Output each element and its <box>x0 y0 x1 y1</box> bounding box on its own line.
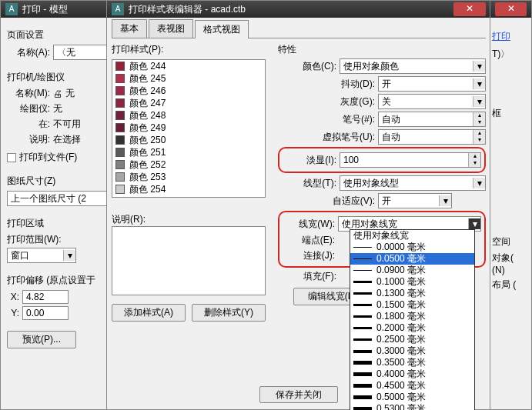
lw-option[interactable]: 0.0000 毫米 <box>350 242 474 253</box>
color-swatch <box>115 111 125 120</box>
y-input[interactable] <box>22 306 69 320</box>
plotter-icon: 🖨 <box>53 88 62 99</box>
plotter-lbl: 绘图仪: <box>7 102 53 115</box>
adapt-dd[interactable]: 开▾ <box>378 193 452 208</box>
lw-option[interactable]: 0.1800 毫米 <box>350 311 474 322</box>
print-to-file-chk[interactable] <box>7 153 16 162</box>
print-link[interactable]: 打印 <box>492 31 510 42</box>
name-m-label: 名称(M): <box>7 87 53 100</box>
chevron-down-icon: ▾ <box>473 178 485 188</box>
style-name: 颜色 244 <box>129 60 166 73</box>
gray-dd[interactable]: 关▾ <box>378 94 486 109</box>
offset-lbl: 打印偏移 (原点设置于 <box>7 274 109 287</box>
color-dd[interactable]: 使用对象颜色▾ <box>340 58 486 74</box>
dither-lbl: 抖动(D): <box>278 78 378 91</box>
style-row[interactable]: 颜色 253 <box>112 171 265 183</box>
chevron-down-icon: ▾ <box>468 218 480 229</box>
preview-button[interactable]: 预览(P)... <box>7 331 76 348</box>
lw-option[interactable]: 0.1000 毫米 <box>350 276 474 288</box>
lw-option[interactable]: 0.1300 毫米 <box>350 288 474 299</box>
color-swatch <box>115 62 125 71</box>
add-style-button[interactable]: 添加样式(A) <box>112 304 186 322</box>
name-m-val: 无 <box>65 87 75 100</box>
color-swatch <box>115 185 125 194</box>
tab-table[interactable]: 表视图 <box>149 19 193 38</box>
t-lbl: T)〉 <box>492 48 530 61</box>
style-row[interactable]: 颜色 251 <box>112 146 265 158</box>
lw-option[interactable]: 使用对象线宽 <box>350 230 474 242</box>
style-name: 颜色 250 <box>129 134 166 147</box>
lw-option[interactable]: 0.0500 毫米 <box>350 253 474 265</box>
join-lbl: 连接(J): <box>283 249 338 262</box>
style-row[interactable]: 颜色 252 <box>112 158 265 171</box>
tab-format[interactable]: 格式视图 <box>195 20 249 38</box>
lw-lbl: 线宽(W): <box>283 218 338 231</box>
styles-list[interactable]: 颜色 244颜色 245颜色 246颜色 247颜色 248颜色 249颜色 2… <box>112 59 266 198</box>
lineweight-dropdown[interactable]: 使用对象线宽0.0000 毫米0.0500 毫米0.0900 毫米0.1000 … <box>350 229 475 410</box>
desc-textarea[interactable] <box>112 226 266 295</box>
ltype-dd[interactable]: 使用对象线型▾ <box>340 175 486 191</box>
adapt-lbl: 自适应(V): <box>278 195 378 208</box>
style-row[interactable]: 颜色 254 <box>112 183 265 195</box>
chevron-down-icon: ▾ <box>473 78 485 89</box>
chevron-down-icon: ▾ <box>63 250 75 261</box>
style-row[interactable]: 颜色 244 <box>112 60 265 72</box>
pen-spin[interactable]: 自动▴▾ <box>378 112 486 127</box>
fill-lbl: 填充(F): <box>278 270 340 283</box>
desc-val: 在选择 <box>53 133 81 146</box>
print-range-dd[interactable]: 窗口▾ <box>7 248 76 263</box>
style-row[interactable]: 颜色 248 <box>112 109 265 122</box>
lw-option[interactable]: 0.1500 毫米 <box>350 299 474 311</box>
name-a-dd[interactable]: 〈无 <box>53 45 109 60</box>
lw-option[interactable]: 0.4500 毫米 <box>350 380 474 392</box>
layout-lbl: 布局 ( <box>492 278 530 292</box>
style-row[interactable]: 颜色 250 <box>112 134 265 146</box>
style-name: 颜色 251 <box>129 146 166 159</box>
close-icon[interactable]: ✕ <box>453 2 486 16</box>
title-mid: 打印样式表编辑器 - acad.ctb <box>129 1 246 18</box>
lw-option[interactable]: 0.2500 毫米 <box>350 334 474 345</box>
app-icon: A <box>112 3 124 15</box>
style-row[interactable]: 颜色 246 <box>112 85 265 97</box>
n-lbl: (N) <box>492 265 530 275</box>
dither-dd[interactable]: 开▾ <box>378 76 486 92</box>
where-lbl: 在: <box>7 118 53 131</box>
x-input[interactable] <box>22 290 69 304</box>
lw-option[interactable]: 0.5000 毫米 <box>350 392 474 403</box>
print-dialog: A打印 - 模型 页面设置 名称(A):〈无 打印机/绘图仪 名称(M):🖨无 … <box>0 0 115 410</box>
tab-basic[interactable]: 基本 <box>112 19 147 38</box>
vpen-lbl: 虚拟笔号(U): <box>278 131 378 144</box>
shade-spin[interactable]: 100▴▾ <box>340 152 481 168</box>
print-area-lbl: 打印区域 <box>7 217 109 230</box>
lw-option[interactable]: 0.3000 毫米 <box>350 345 474 357</box>
style-row[interactable]: 颜色 247 <box>112 97 265 109</box>
color-swatch <box>115 98 125 108</box>
lw-option[interactable]: 0.0900 毫米 <box>350 265 474 276</box>
titlebar-left: A打印 - 模型 <box>1 1 115 18</box>
style-row[interactable]: 颜色 249 <box>112 122 265 134</box>
name-a-label: 名称(A): <box>7 46 53 59</box>
style-row[interactable]: 颜色 245 <box>112 72 265 85</box>
style-name: 颜色 255 <box>129 195 166 198</box>
del-style-button[interactable]: 删除样式(Y) <box>192 304 266 322</box>
vpen-spin[interactable]: 自动▴▾ <box>378 129 486 145</box>
lw-option[interactable]: 0.5300 毫米 <box>350 403 474 410</box>
x-lbl: X: <box>7 292 22 302</box>
lw-option[interactable]: 0.3500 毫米 <box>350 357 474 368</box>
chevron-down-icon: ▾ <box>473 96 485 107</box>
right-panel: ✕ 打印 T)〉 框 空间 对象( (N) 布局 ( <box>490 0 532 410</box>
color-swatch <box>115 123 125 132</box>
desc-lbl: 说明: <box>7 133 53 146</box>
lw-option[interactable]: 0.2000 毫米 <box>350 322 474 334</box>
lw-option[interactable]: 0.4000 毫米 <box>350 368 474 380</box>
title-left: 打印 - 模型 <box>22 1 68 18</box>
print-range-lbl: 打印范围(W): <box>7 233 109 246</box>
save-close-button[interactable]: 保存并关闭 <box>259 386 338 403</box>
close-icon[interactable]: ✕ <box>495 2 527 16</box>
style-row[interactable]: 颜色 255 <box>112 195 265 198</box>
gray-lbl: 灰度(G): <box>278 95 378 108</box>
paper-size-dd[interactable]: 上一个图纸尺寸 (2 <box>7 191 109 206</box>
tabs: 基本 表视图 格式视图 <box>112 19 486 38</box>
titlebar-right: ✕ <box>490 1 531 18</box>
color-swatch <box>115 74 125 83</box>
